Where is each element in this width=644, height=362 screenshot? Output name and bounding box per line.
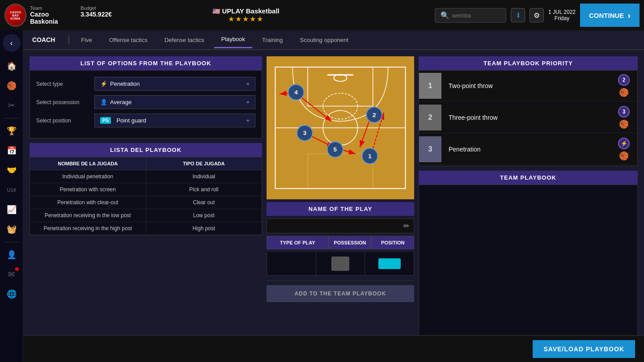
play-name: Individual penetration [30, 170, 146, 183]
col-type: TIPO DE JUGADA [146, 157, 262, 170]
mail-icon[interactable]: ✉ [3, 265, 21, 283]
tab-playbook[interactable]: Playbook [214, 31, 252, 48]
network-name: 🇺🇸 UPLAY Basketball [212, 7, 280, 15]
tab-training[interactable]: Training [255, 32, 290, 48]
handshake-icon[interactable]: 🤝 [3, 161, 21, 179]
top-bar: CAZOOBASKONIA Team Cazoo Baskonia Budget… [0, 0, 644, 30]
possession-filter-select[interactable]: 👤Average + [94, 95, 255, 109]
play-type: Individual [146, 170, 262, 183]
divider [5, 118, 18, 118]
arrow-icon: › [627, 10, 631, 21]
chart-icon[interactable]: 📈 [3, 201, 21, 219]
center-panel: 4 2 3 5 1 NAME OF THE PLAY ✏ [267, 56, 414, 358]
priority-badge-2: 3 [618, 106, 630, 118]
search-icon: 🔍 [441, 11, 449, 20]
home-icon[interactable]: 🏠 [3, 57, 21, 75]
tab-scouting[interactable]: Scouting opponent [293, 32, 356, 48]
back-button[interactable]: ‹ [3, 34, 21, 52]
search-area: 🔍 ℹ ⚙ 1 JUL 2022 Friday CONTINUE › [380, 4, 640, 27]
ball-icon[interactable]: 🏀 [3, 77, 21, 95]
type-filter-select[interactable]: ⚡Penetration + [94, 77, 255, 91]
save-load-button[interactable]: SAVE/LOAD PLAYBOOK [533, 340, 635, 358]
plus-icon2: + [246, 99, 250, 105]
court-svg: 4 2 3 5 1 [267, 56, 414, 199]
continue-button[interactable]: CONTINUE › [580, 4, 640, 27]
priority-row-2[interactable]: 2 Three-point throw 3 🏀 [419, 102, 637, 133]
info-button[interactable]: ℹ [511, 8, 525, 22]
priority-name-2: Three-point throw [441, 114, 610, 121]
play-type-row: TYPE OF PLAY POSSESSION POSITION [267, 236, 414, 249]
play-name-input[interactable] [271, 223, 403, 229]
svg-text:1: 1 [368, 153, 372, 160]
team-playbook-title: TEAM PLAYBOOK [419, 171, 638, 185]
priority-name-1: Two-point throw [441, 82, 610, 89]
tab-offense[interactable]: Offense tactics [102, 32, 155, 48]
edit-icon[interactable]: ✏ [403, 222, 409, 230]
priority-list: 1 Two-point throw 2 🏀 2 Three-point thro… [419, 70, 638, 166]
filter-panel: Select type ⚡Penetration + Select posses… [30, 70, 262, 139]
table-row[interactable]: Penetration receiving in the high post H… [30, 222, 262, 235]
stars: ★★★★★ [228, 15, 264, 23]
priority-num-2: 2 [419, 105, 441, 130]
table-row[interactable]: Individual penetration Individual [30, 170, 262, 183]
hoop-icon-1: 🏀 [619, 88, 629, 97]
table-row[interactable]: Penetration with screen Pick and roll [30, 183, 262, 196]
settings-button[interactable]: ⚙ [530, 8, 544, 22]
col-name: NOMBRE DE LA JUGADA [30, 157, 146, 170]
svg-text:5: 5 [334, 146, 337, 153]
right-panel: TEAM PLAYBOOK PRIORITY 1 Two-point throw… [419, 56, 638, 358]
play-type: Pick and roll [146, 183, 262, 196]
budget-value: 3.345.922€ [80, 11, 112, 18]
svg-text:3: 3 [303, 130, 307, 137]
play-name: Penetration with screen [30, 183, 146, 196]
globe-icon[interactable]: 🌐 [3, 285, 21, 303]
tab-defense[interactable]: Defense tactics [157, 32, 212, 48]
team-playbook-body [419, 185, 638, 358]
divider2 [5, 242, 18, 242]
network-area: 🇺🇸 UPLAY Basketball ★★★★★ [212, 7, 280, 23]
priority-icon-2: 3 🏀 [610, 102, 637, 133]
possession-header: POSSESSION [329, 236, 372, 249]
play-type: Low post [146, 209, 262, 222]
hoop-icon-3: 🏀 [619, 151, 629, 161]
budget-label: Budget [80, 5, 112, 11]
position-filter-row: Select position PGPoint guard + [36, 114, 255, 127]
play-name: Penetration receiving in the high post [30, 222, 146, 235]
priority-name-3: Penetration [441, 146, 610, 153]
trophy-icon[interactable]: 🏆 [3, 122, 21, 140]
svg-text:2: 2 [373, 112, 376, 118]
possession-filter-label: Select possession [36, 99, 94, 105]
nav-tabs: COACH Five Offense tactics Defense tacti… [23, 30, 644, 50]
date-area: 1 JUL 2022 Friday [548, 9, 576, 21]
position-filter-select[interactable]: PGPoint guard + [94, 114, 255, 127]
add-to-playbook-button[interactable]: ADD TO THE TEAM PLAYBOOK [267, 285, 414, 302]
table-row[interactable]: Penetration receiving in the low post Lo… [30, 209, 262, 222]
search-input[interactable] [452, 12, 500, 19]
priority-row-3[interactable]: 3 Penetration ⚡ 🏀 [419, 134, 637, 165]
priority-badge-1: 2 [618, 74, 630, 86]
u18-icon[interactable]: U18 [3, 181, 21, 199]
priority-num-1: 1 [419, 73, 441, 99]
table-row[interactable]: Penetration with clear-out Clear out [30, 196, 262, 209]
team-label: Team [30, 5, 73, 11]
position-value [365, 252, 414, 275]
sidebar: ‹ 🏠 🏀 ✂ 🏆 📅 🤝 U18 📈 🧺 👤 ✉ 🌐 [0, 30, 23, 362]
day-value: Friday [555, 15, 569, 21]
priority-row-1[interactable]: 1 Two-point throw 2 🏀 [419, 71, 637, 101]
calendar-icon[interactable]: 📅 [3, 142, 21, 160]
possession-value [316, 252, 365, 275]
scissors-icon[interactable]: ✂ [3, 97, 21, 114]
bottom-bar: SAVE/LOAD PLAYBOOK [0, 335, 644, 362]
date-value: 1 JUL 2022 [548, 9, 576, 15]
play-edit-row: ✏ [267, 219, 414, 233]
play-name: Penetration with clear-out [30, 196, 146, 209]
team-logo: CAZOOBASKONIA [4, 4, 26, 27]
search-box[interactable]: 🔍 [435, 8, 506, 23]
possession-filter-row: Select possession 👤Average + [36, 95, 255, 109]
tab-five[interactable]: Five [74, 32, 99, 48]
person-icon[interactable]: 👤 [3, 246, 21, 264]
basket-icon[interactable]: 🧺 [3, 220, 21, 238]
play-values-row [267, 252, 414, 276]
divider [267, 280, 414, 281]
play-type: High post [146, 222, 262, 235]
